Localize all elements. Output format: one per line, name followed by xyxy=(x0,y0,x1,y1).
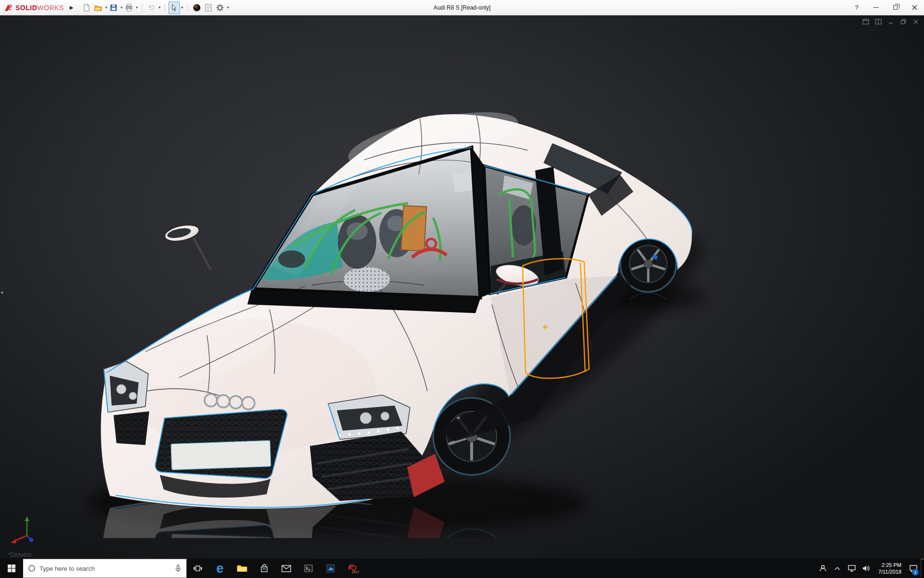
feature-panel-collapse-arrow[interactable]: ◂ xyxy=(0,288,3,297)
network-button[interactable] xyxy=(845,559,859,578)
minimize-doc-button[interactable] xyxy=(886,18,895,26)
file-explorer-button[interactable] xyxy=(231,559,253,578)
network-icon xyxy=(847,565,856,572)
undo-dropdown[interactable]: ▾ xyxy=(157,5,161,10)
select-tool-button[interactable] xyxy=(168,1,180,14)
chevron-up-icon xyxy=(834,566,840,570)
store-icon xyxy=(260,564,269,573)
restore-doc-button[interactable] xyxy=(899,18,908,26)
people-button[interactable] xyxy=(816,559,830,578)
y-axis-arrow xyxy=(25,516,29,521)
titlebar-controls: ? xyxy=(847,0,924,15)
menu-expand-arrow[interactable]: ▶ xyxy=(67,3,77,12)
print-dropdown[interactable]: ▾ xyxy=(135,5,139,10)
save-button[interactable] xyxy=(108,1,119,14)
select-toolbar-group: ▾ xyxy=(168,1,184,14)
volume-button[interactable] xyxy=(859,559,873,578)
open-icon xyxy=(94,3,103,12)
restore-doc-icon xyxy=(900,19,906,25)
help-button[interactable]: ? xyxy=(847,0,866,15)
file-explorer-icon xyxy=(237,564,247,573)
audi-r8-model-scene[interactable] xyxy=(0,15,924,559)
close-doc-button[interactable] xyxy=(911,18,920,26)
new-document-icon xyxy=(82,3,91,12)
view-orientation-label: *Dimetric xyxy=(8,552,32,558)
solidworks-taskbar-button[interactable]: 2017 xyxy=(342,559,364,578)
select-tool-dropdown[interactable]: ▾ xyxy=(180,5,184,10)
edge-button[interactable]: e xyxy=(209,559,231,578)
solidworks-2017-icon: 2017 xyxy=(346,563,359,574)
taskbar: Type here to search e xyxy=(0,559,924,578)
notification-badge: 2 xyxy=(912,569,919,576)
main-toolbar: ▾ ▾ ▾ xyxy=(81,1,230,14)
save-icon xyxy=(109,3,118,12)
appearance-sphere-icon xyxy=(192,3,201,12)
new-window-icon xyxy=(862,19,869,25)
options-button[interactable] xyxy=(214,1,226,14)
cortana-icon xyxy=(28,565,36,572)
close-doc-icon xyxy=(913,19,919,25)
open-button[interactable] xyxy=(92,1,104,14)
mail-button[interactable] xyxy=(275,559,297,578)
toolbar-separator xyxy=(187,3,188,12)
taskbar-search[interactable]: Type here to search xyxy=(23,559,187,578)
brand-solid: SOLID xyxy=(15,4,37,12)
appearance-button[interactable] xyxy=(191,1,203,14)
people-icon xyxy=(819,565,827,572)
orientation-triad xyxy=(8,512,42,546)
document-window-controls xyxy=(861,18,920,26)
print-button[interactable] xyxy=(123,1,135,14)
titlebar: SOLIDWORKS ▶ ▾ xyxy=(0,0,924,15)
view-toolbar-group: ▾ xyxy=(191,1,230,14)
close-button[interactable] xyxy=(905,0,924,15)
minimize-icon xyxy=(873,7,879,8)
select-arrow-icon xyxy=(170,3,179,12)
options-dropdown[interactable]: ▾ xyxy=(226,5,230,10)
close-icon xyxy=(912,5,917,10)
task-view-button[interactable] xyxy=(187,559,209,578)
open-dropdown[interactable]: ▾ xyxy=(104,5,108,10)
file-properties-icon xyxy=(204,3,213,12)
minimize-doc-icon xyxy=(888,19,894,25)
store-button[interactable] xyxy=(253,559,275,578)
solidworks-logo: SOLIDWORKS xyxy=(0,3,67,13)
car-model[interactable] xyxy=(101,101,692,509)
restore-icon xyxy=(893,5,898,10)
new-window-button[interactable] xyxy=(861,18,870,26)
z-axis-dot xyxy=(29,538,33,542)
brand-works: WORKS xyxy=(37,4,64,12)
graphics-viewport[interactable]: ◂ *Dimetric xyxy=(0,15,924,559)
print-icon xyxy=(125,3,133,12)
toolbar-separator xyxy=(165,3,165,12)
svg-text:2017: 2017 xyxy=(352,570,359,574)
new-document-button[interactable] xyxy=(81,1,92,14)
start-button[interactable] xyxy=(0,559,23,578)
system-tray: 2:25 PM 7/11/2018 2 xyxy=(816,559,924,578)
show-desktop-button[interactable] xyxy=(921,559,924,578)
x-axis-arrow xyxy=(11,539,16,543)
options-gear-icon xyxy=(216,3,224,12)
edge-icon: e xyxy=(216,562,223,575)
volume-icon xyxy=(862,565,871,572)
minimize-button[interactable] xyxy=(866,0,886,15)
action-center-button[interactable]: 2 xyxy=(906,559,921,578)
hidden-icons-button[interactable] xyxy=(830,559,845,578)
clock-time: 2:25 PM xyxy=(882,562,901,568)
restore-button[interactable] xyxy=(886,0,905,15)
file-toolbar-group: ▾ ▾ ▾ xyxy=(81,1,139,14)
split-window-button[interactable] xyxy=(874,18,883,26)
microphone-icon[interactable] xyxy=(175,565,181,572)
split-window-icon xyxy=(875,19,882,25)
taskbar-clock[interactable]: 2:25 PM 7/11/2018 xyxy=(873,559,906,578)
command-prompt-button[interactable] xyxy=(297,559,320,578)
pinned-app-icon xyxy=(326,564,335,573)
search-placeholder: Type here to search xyxy=(39,565,171,572)
save-dropdown[interactable]: ▾ xyxy=(119,5,123,10)
pinned-app-button[interactable] xyxy=(320,559,342,578)
undo-icon xyxy=(147,3,156,12)
toolbar-separator xyxy=(142,3,142,12)
file-properties-button[interactable] xyxy=(203,1,214,14)
undo-button[interactable] xyxy=(146,1,157,14)
command-prompt-icon xyxy=(304,565,313,572)
windows-logo-icon xyxy=(7,564,16,573)
